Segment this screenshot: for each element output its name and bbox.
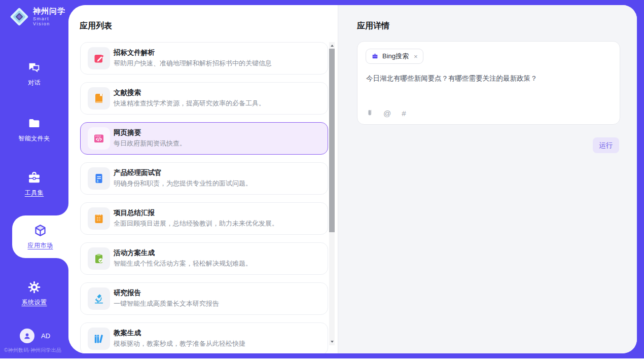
- sidebar-item-label: 系统设置: [22, 298, 47, 307]
- avatar: [20, 329, 34, 343]
- microscope-icon: [88, 287, 110, 310]
- brand-subtitle: Smart Vision: [33, 16, 68, 26]
- sidebar-item-label: 工具集: [25, 189, 44, 197]
- app-card[interactable]: 研究报告一键智能生成高质量长文本研究报告: [80, 282, 328, 315]
- app-card-name: 活动方案生成: [114, 248, 155, 258]
- app-list-pane: 应用列表 招标文件解析帮助用户快速、准确地理解和解析招标书中的关键信息文献搜索快…: [68, 5, 338, 353]
- paperclip-icon[interactable]: [366, 108, 375, 118]
- toolbox-icon: [27, 171, 41, 185]
- app-card-desc: 每日政府新闻资讯快查。: [114, 139, 186, 148]
- app-card-name: 教案生成: [114, 329, 141, 338]
- brand-text: 神州问学 Smart Vision: [33, 7, 68, 27]
- user-row[interactable]: AD: [20, 329, 50, 343]
- sidebar-item-chat[interactable]: 对话: [0, 55, 68, 93]
- briefcase-icon: [371, 53, 379, 60]
- app-card-desc: 明确身份和职责，为您提供专业性的面试问题。: [114, 179, 252, 188]
- main-panel: 应用列表 招标文件解析帮助用户快速、准确地理解和解析招标书中的关键信息文献搜索快…: [68, 5, 637, 353]
- app-card-name: 招标文件解析: [114, 48, 155, 57]
- bubble-curve-bottom: [56, 258, 68, 270]
- pen-square-icon: [88, 47, 110, 69]
- app-card-name: 项目总结汇报: [114, 208, 155, 218]
- app-card[interactable]: 文献搜索快速精准查找学术资源，提高研究效率的必备工具。: [80, 82, 328, 115]
- app-card[interactable]: 招标文件解析帮助用户快速、准确地理解和解析招标书中的关键信息: [80, 42, 328, 75]
- scroll-down-button[interactable]: [329, 339, 335, 345]
- user-avatar-icon: [23, 332, 31, 340]
- sidebar: 神州问学 Smart Vision 对话智能文件夹工具集应用市场系统设置 AD …: [0, 0, 68, 358]
- app-card-name: 文献搜索: [114, 88, 141, 97]
- scrollbar-thumb[interactable]: [329, 49, 335, 232]
- gear-icon: [27, 280, 41, 294]
- tool-chip-bing-search[interactable]: Bing搜索 ×: [366, 49, 423, 64]
- app-card[interactable]: 网页摘要每日政府新闻资讯快查。: [80, 122, 328, 155]
- app-card-name: 产品经理面试官: [114, 168, 162, 177]
- web-browser-icon: [88, 127, 110, 150]
- folder-icon: [27, 117, 41, 130]
- brand: 神州问学 Smart Vision: [9, 7, 68, 27]
- triangle-down-icon: [331, 341, 334, 343]
- sidebar-item-label: 应用市场: [28, 241, 53, 250]
- clipboard-check-icon: [88, 247, 110, 270]
- cube-icon: [33, 224, 47, 237]
- sidebar-item-smart-folders[interactable]: 智能文件夹: [0, 111, 68, 149]
- notepad-icon: [88, 207, 110, 230]
- brand-title: 神州问学: [33, 7, 68, 16]
- app-window: 神州问学 Smart Vision 对话智能文件夹工具集应用市场系统设置 AD …: [0, 0, 644, 362]
- sidebar-item-app-market[interactable]: 应用市场: [12, 215, 68, 258]
- app-card-desc: 一键智能生成高质量长文本研究报告: [114, 299, 219, 308]
- app-detail-title: 应用详情: [357, 21, 389, 31]
- bubble-curve-top: [56, 203, 68, 215]
- chat-icon: [27, 61, 41, 75]
- app-card[interactable]: 产品经理面试官明确身份和职责，为您提供专业性的面试问题。: [80, 162, 328, 195]
- app-card[interactable]: 活动方案生成智能生成个性化活动方案，轻松解决规划难题。: [80, 242, 328, 275]
- app-card-desc: 全面回顾项目进展，总结经验教训，助力未来优化发展。: [114, 219, 278, 228]
- tool-chip-label: Bing搜索: [382, 52, 409, 61]
- app-card-name: 研究报告: [114, 288, 141, 298]
- app-card-name: 网页摘要: [114, 128, 141, 137]
- prompt-card: Bing搜索 × 今日湖北有哪些新闻要点？有哪些需要关注的最新政策？ @ #: [357, 41, 620, 125]
- hash-icon[interactable]: #: [400, 108, 408, 118]
- app-card-desc: 帮助用户快速、准确地理解和解析招标书中的关键信息: [114, 59, 272, 68]
- app-card[interactable]: 项目总结汇报全面回顾项目进展，总结经验教训，助力未来优化发展。: [80, 202, 328, 235]
- sidebar-item-toolkit[interactable]: 工具集: [0, 165, 68, 203]
- interview-doc-icon: [88, 167, 110, 190]
- user-label: AD: [41, 332, 50, 340]
- app-detail-pane: 应用详情 Bing搜索 × 今日湖北有哪些新闻要点？有哪些需要关注的最新政策？: [338, 5, 637, 353]
- diamond-logo-icon: [9, 7, 29, 27]
- list-scrollbar[interactable]: [329, 42, 335, 345]
- sidebar-item-settings[interactable]: 系统设置: [0, 274, 68, 313]
- book-icon: [88, 87, 110, 110]
- app-cards: 招标文件解析帮助用户快速、准确地理解和解析招标书中的关键信息文献搜索快速精准查找…: [80, 42, 328, 353]
- prompt-toolbar: @ #: [366, 108, 408, 118]
- books-icon: [88, 328, 110, 350]
- app-card[interactable]: 教案生成模板驱动，教案秒成，教学准备从此轻松快捷: [80, 322, 328, 353]
- app-list-title: 应用列表: [80, 21, 112, 31]
- sidebar-item-label: 对话: [28, 79, 41, 87]
- prompt-input[interactable]: 今日湖北有哪些新闻要点？有哪些需要关注的最新政策？: [366, 74, 612, 84]
- run-button[interactable]: 运行: [593, 137, 619, 153]
- chip-close-icon[interactable]: ×: [414, 53, 418, 60]
- scroll-up-button[interactable]: [329, 43, 335, 49]
- app-card-desc: 智能生成个性化活动方案，轻松解决规划难题。: [114, 259, 252, 268]
- app-card-desc: 快速精准查找学术资源，提高研究效率的必备工具。: [114, 99, 265, 108]
- copyright-footer: ©神州数码·神州问学出品: [4, 347, 70, 354]
- app-card-desc: 模板驱动，教案秒成，教学准备从此轻松快捷: [114, 339, 245, 348]
- at-icon[interactable]: @: [383, 108, 391, 118]
- triangle-up-icon: [331, 45, 334, 47]
- sidebar-item-label: 智能文件夹: [18, 134, 50, 143]
